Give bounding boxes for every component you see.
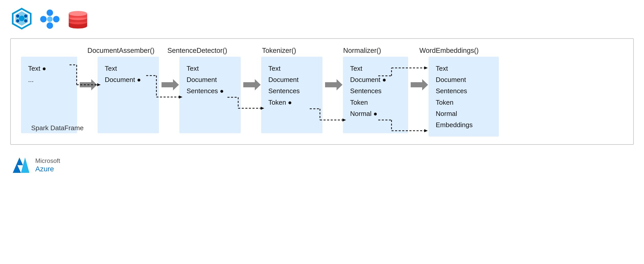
pipeline-diagram: DocumentAssember() SentenceDetector() To… [10, 38, 634, 145]
azure-logo-icon [10, 155, 31, 175]
spark-logo-icon [10, 8, 33, 31]
we-text: Text [436, 63, 492, 74]
we-document: Document [436, 74, 492, 85]
label-documentassembler: DocumentAssember() [87, 46, 146, 55]
norm-document: Document ● [350, 74, 401, 85]
svg-marker-19 [80, 79, 97, 90]
azure-label: Azure [35, 165, 60, 173]
label-normalizer: Normalizer() [330, 46, 394, 55]
stage-boxes: Text ● ... Text Document ● [21, 57, 623, 137]
svg-point-9 [53, 16, 60, 22]
svg-marker-23 [411, 79, 428, 90]
svg-point-4 [24, 15, 27, 18]
spark-dataframe-label: Spark DataFrame [31, 124, 84, 132]
arrow-1 [77, 57, 98, 92]
redis-logo-icon [66, 8, 89, 31]
bottom-azure-logo: Microsoft Azure [0, 150, 644, 175]
pipeline-canvas: DocumentAssember() SentenceDetector() To… [21, 46, 623, 137]
arrow-3 [241, 57, 261, 92]
label-tokenizer: Tokenizer() [248, 46, 310, 55]
arrow-2 [159, 57, 179, 92]
label-wordembeddings: WordEmbeddings() [415, 46, 484, 55]
svg-marker-49 [13, 158, 23, 173]
we-embeddings: Embeddings [436, 119, 492, 130]
svg-point-18 [69, 11, 87, 16]
stage-documentassembler: Text Document ● [98, 57, 159, 133]
svg-point-8 [47, 9, 53, 16]
stage-wordembeddings: Text Document Sentences Token Normal Emb… [429, 57, 499, 137]
stage-sentencedetector: Text Document Sentences ● [179, 57, 241, 133]
we-normal: Normal [436, 108, 492, 119]
stage-normalizer: Text Document ● Sentences Token Normal ● [343, 57, 408, 133]
sd-document: Document [187, 74, 234, 85]
microsoft-label: Microsoft [35, 157, 60, 165]
we-token: Token [436, 97, 492, 108]
pipeline-boxes-row: Text ● ... Text Document ● [21, 57, 623, 137]
svg-point-11 [47, 16, 53, 22]
svg-point-6 [24, 19, 27, 22]
svg-point-3 [16, 15, 19, 18]
databricks-logo-icon [38, 8, 61, 31]
arrow-5 [408, 57, 429, 92]
svg-point-5 [16, 19, 19, 22]
da-document: Document ● [105, 74, 152, 85]
svg-marker-21 [243, 79, 261, 90]
input-text-field: Text ● [28, 63, 70, 74]
tok-sentences: Sentences [268, 85, 315, 97]
svg-point-2 [19, 16, 25, 21]
norm-normal: Normal ● [350, 108, 401, 119]
stage-input: Text ● ... [21, 57, 77, 133]
tok-text: Text [268, 63, 315, 74]
sd-text: Text [187, 63, 234, 74]
norm-sentences: Sentences [350, 85, 401, 97]
top-logos [0, 0, 644, 36]
arrow-4 [323, 57, 343, 92]
norm-text: Text [350, 63, 401, 74]
da-text: Text [105, 63, 152, 74]
sd-sentences: Sentences ● [187, 85, 234, 97]
svg-point-7 [40, 16, 47, 22]
svg-marker-20 [162, 79, 179, 90]
we-sentences: Sentences [436, 85, 492, 97]
stage-tokenizer: Text Document Sentences Token ● [261, 57, 323, 133]
azure-text-block: Microsoft Azure [35, 157, 60, 173]
norm-token: Token [350, 97, 401, 108]
svg-marker-22 [325, 79, 342, 90]
svg-point-10 [47, 22, 53, 29]
tok-token: Token ● [268, 97, 315, 108]
tok-document: Document [268, 74, 315, 85]
label-sentencedetector: SentenceDetector() [167, 46, 228, 55]
input-ellipsis: ... [28, 74, 70, 85]
